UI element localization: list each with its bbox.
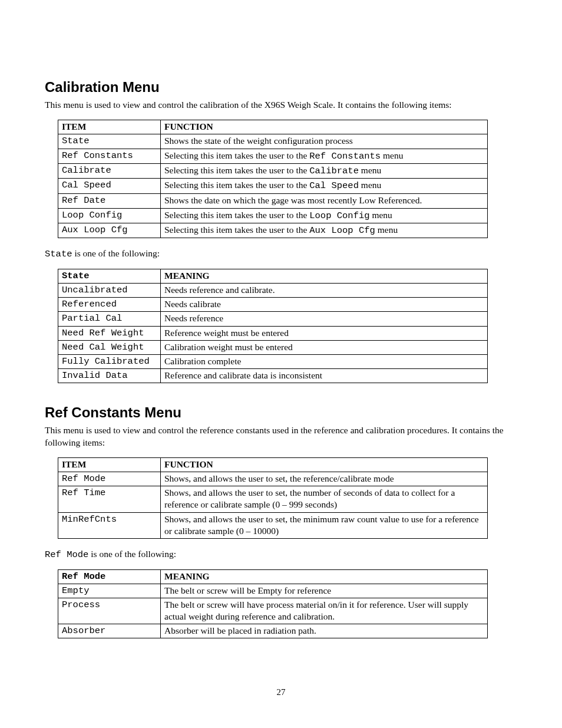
th-function: FUNCTION — [161, 457, 488, 472]
cell-meaning: Needs reference and calibrate. — [161, 284, 488, 298]
cell-state: Uncalibrated — [58, 284, 161, 298]
cell-item: State — [58, 134, 161, 149]
table-ref-mode-meanings: Ref Mode MEANING Empty The belt or screw… — [58, 569, 488, 639]
th-meaning: MEANING — [161, 269, 488, 283]
th-ref-mode: Ref Mode — [58, 569, 161, 584]
cell-item: Ref Time — [58, 486, 161, 512]
table-ref-constants-items: ITEM FUNCTION Ref Mode Shows, and allows… — [58, 457, 488, 539]
cell-state: Partial Cal — [58, 312, 161, 326]
note-ref-mode: Ref Mode is one of the following: — [45, 548, 517, 561]
cell-function: Shows, and allows the user to set, the r… — [161, 472, 488, 486]
table-state-meanings: State MEANING Uncalibrated Needs referen… — [58, 269, 488, 383]
cell-function: Selecting this item takes the user to th… — [161, 179, 488, 193]
intro-ref-constants: This menu is used to view and control th… — [45, 424, 517, 449]
cell-item: Aux Loop Cfg — [58, 223, 161, 238]
th-item: ITEM — [58, 120, 161, 134]
cell-meaning: Needs reference — [161, 312, 488, 326]
table-row: Ref Date Shows the date on which the gag… — [58, 193, 488, 208]
cell-function: Shows, and allows the user to set, the m… — [161, 512, 488, 538]
page-number: 27 — [0, 687, 562, 697]
table-row: Ref Mode Shows, and allows the user to s… — [58, 472, 488, 486]
table-row: Calibrate Selecting this item takes the … — [58, 164, 488, 179]
table-row: Loop Config Selecting this item takes th… — [58, 208, 488, 223]
cell-function: Selecting this item takes the user to th… — [161, 149, 488, 164]
cell-meaning: Calibration complete — [161, 354, 488, 368]
table-row: Aux Loop Cfg Selecting this item takes t… — [58, 223, 488, 238]
note-state: State is one of the following: — [45, 248, 517, 261]
cell-ref-mode: Empty — [58, 584, 161, 598]
cell-item: Calibrate — [58, 164, 161, 179]
table3-body: Ref Mode Shows, and allows the user to s… — [58, 472, 488, 539]
th-function: FUNCTION — [161, 120, 488, 134]
th-state: State — [58, 269, 161, 283]
cell-function: Shows, and allows the user to set, the n… — [161, 486, 488, 512]
table-row: Uncalibrated Needs reference and calibra… — [58, 284, 488, 298]
heading-ref-constants-menu: Ref Constants Menu — [45, 404, 517, 421]
heading-calibration-menu: Calibration Menu — [45, 79, 517, 95]
table-row: State Shows the state of the weight conf… — [58, 134, 488, 149]
table-row: Need Ref Weight Reference weight must be… — [58, 326, 488, 340]
cell-item: Ref Date — [58, 193, 161, 208]
table-row: MinRefCnts Shows, and allows the user to… — [58, 512, 488, 538]
cell-item: MinRefCnts — [58, 512, 161, 538]
cell-function: Selecting this item takes the user to th… — [161, 164, 488, 179]
cell-state: Need Cal Weight — [58, 340, 161, 354]
table-row: Referenced Needs calibrate — [58, 298, 488, 312]
cell-meaning: Needs calibrate — [161, 298, 488, 312]
table-row: Process The belt or screw will have proc… — [58, 598, 488, 624]
table-row: Empty The belt or screw will be Empty fo… — [58, 584, 488, 598]
cell-function: Shows the state of the weight configurat… — [161, 134, 488, 149]
table-row: Cal Speed Selecting this item takes the … — [58, 179, 488, 193]
cell-state: Need Ref Weight — [58, 326, 161, 340]
th-meaning: MEANING — [161, 569, 488, 584]
cell-meaning: The belt or screw will have process mate… — [161, 598, 488, 624]
cell-meaning: Absorber will be placed in radiation pat… — [161, 624, 488, 638]
table4-body: Empty The belt or screw will be Empty fo… — [58, 584, 488, 638]
cell-state: Referenced — [58, 298, 161, 312]
cell-meaning: Reference and calibrate data is inconsis… — [161, 368, 488, 383]
intro-calibration: This menu is used to view and control th… — [45, 99, 517, 111]
cell-item: Ref Constants — [58, 149, 161, 164]
cell-state: Fully Calibrated — [58, 354, 161, 368]
cell-function: Selecting this item takes the user to th… — [161, 208, 488, 223]
cell-item: Loop Config — [58, 208, 161, 223]
cell-item: Ref Mode — [58, 472, 161, 486]
table-row: Partial Cal Needs reference — [58, 312, 488, 326]
cell-ref-mode: Process — [58, 598, 161, 624]
th-item: ITEM — [58, 457, 161, 472]
cell-function: Shows the date on which the gage was mos… — [161, 193, 488, 208]
table-row: Absorber Absorber will be placed in radi… — [58, 624, 488, 638]
table-row: Ref Constants Selecting this item takes … — [58, 149, 488, 164]
cell-meaning: Reference weight must be entered — [161, 326, 488, 340]
cell-meaning: Calibration weight must be entered — [161, 340, 488, 354]
cell-ref-mode: Absorber — [58, 624, 161, 638]
table-row: Need Cal Weight Calibration weight must … — [58, 340, 488, 354]
table-row: Fully Calibrated Calibration complete — [58, 354, 488, 368]
table-row: Ref Time Shows, and allows the user to s… — [58, 486, 488, 512]
table-row: Invalid Data Reference and calibrate dat… — [58, 368, 488, 383]
table1-body: State Shows the state of the weight conf… — [58, 134, 488, 238]
cell-function: Selecting this item takes the user to th… — [161, 223, 488, 238]
cell-meaning: The belt or screw will be Empty for refe… — [161, 584, 488, 598]
cell-state: Invalid Data — [58, 368, 161, 383]
table-calibration-items: ITEM FUNCTION State Shows the state of t… — [58, 120, 488, 238]
cell-item: Cal Speed — [58, 179, 161, 193]
table2-body: Uncalibrated Needs reference and calibra… — [58, 284, 488, 383]
